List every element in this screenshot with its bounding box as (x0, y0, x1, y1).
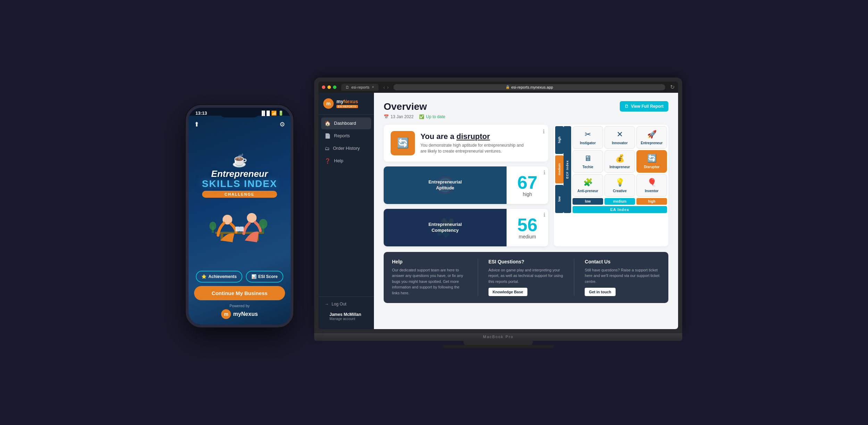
ecf-x-high: high (636, 198, 667, 205)
phone-title-skills: SKILLS INDEX (202, 178, 277, 189)
browser-tab-close[interactable]: ✕ (372, 85, 374, 89)
aptitude-score-card: 🎯 EntrepreneurialAptitude 67 high ℹ (384, 166, 548, 204)
browser-back[interactable]: ‹ (383, 84, 385, 90)
wifi-icon: 📶 (271, 111, 277, 116)
browser-refresh[interactable]: ↻ (670, 84, 675, 90)
browser-url-bar[interactable]: 🔒 esi-reports.mynexus.app (393, 84, 665, 90)
sidebar-logout[interactable]: → Log Out (324, 300, 368, 309)
aptitude-score-number: 67 (517, 173, 537, 191)
overview-header: Overview 📅 13 Jan 2022 ✅ Up to date (374, 93, 678, 125)
ecf-cell-innovator[interactable]: ✕ Innovator (604, 126, 635, 149)
inventor-label: Inventor (645, 189, 658, 193)
phone-powered-by: Powered by m myNexus (221, 304, 258, 319)
laptop-foot (443, 345, 554, 348)
ecf-cell-intrapreneur[interactable]: 💰 Intrapreneur (604, 150, 635, 173)
browser-forward[interactable]: › (387, 84, 389, 90)
ecf-medium-label: medium (558, 163, 561, 175)
help-col-2: ESI Questions? Advice on game play and i… (489, 259, 564, 296)
competency-score-level: medium (519, 234, 536, 239)
laptop-model-label: MacBook Pro (314, 333, 682, 339)
calendar-icon: 📅 (384, 114, 389, 119)
sidebar-item-reports[interactable]: 📄 Reports (321, 130, 371, 142)
share-icon[interactable]: ⬆ (194, 121, 199, 128)
aptitude-info-icon[interactable]: ℹ (543, 169, 545, 176)
competency-score-number: 56 (517, 216, 537, 234)
achievements-button[interactable]: ⭐ Achievements (196, 271, 242, 283)
ecf-low-label: low (558, 196, 561, 202)
mynexus-logo-icon: m (221, 309, 231, 319)
sidebar-logo: m myNexus ESI REPORTS (318, 98, 374, 115)
help-col-3-text: Still have questions? Raise a support ti… (585, 267, 660, 285)
check-icon: ✅ (419, 114, 424, 119)
laptop-app-content: m myNexus ESI REPORTS 🏠 Dashboard 📄 (318, 93, 678, 329)
sidebar-user-sub: Manage account (329, 317, 363, 321)
svg-point-10 (259, 219, 267, 229)
aptitude-score-level: high (523, 191, 532, 197)
competency-score-card: 🧩 EntrepreneurialCompetency 56 medium ℹ (384, 209, 548, 246)
esi-score-button[interactable]: 📊 ESI Score (246, 271, 283, 283)
browser-close-dot[interactable] (322, 85, 325, 89)
browser-tab[interactable]: 🗋 esi-reports ✕ (341, 84, 378, 91)
ecf-cell-inventor[interactable]: 🎈 Inventor (636, 174, 667, 197)
personality-icon: 🔄 (391, 131, 415, 155)
help-divider-2 (574, 259, 574, 296)
sidebar-logo-stack: myNexus ESI REPORTS (336, 99, 358, 108)
overview-date: 📅 13 Jan 2022 (384, 114, 414, 119)
help-col-3-title: Contact Us (585, 259, 660, 264)
reports-icon: 📄 (325, 133, 331, 139)
personality-headline: You are a disruptor (420, 132, 525, 141)
ecf-cell-entrepreneur[interactable]: 🚀 Entrepreneur (636, 126, 667, 149)
laptop-stand (464, 341, 533, 345)
settings-icon[interactable]: ⚙ (279, 121, 285, 128)
svg-point-8 (209, 222, 216, 230)
overview-meta: 📅 13 Jan 2022 ✅ Up to date (384, 114, 445, 119)
phone-challenge-badge: CHALLENGE (202, 191, 277, 198)
techie-label: Techie (583, 165, 593, 169)
logout-icon: → (325, 302, 329, 307)
knowledge-base-button[interactable]: Knowledge Base (489, 288, 527, 296)
get-in-touch-button[interactable]: Get in touch (585, 288, 615, 296)
laptop-body: 🗋 esi-reports ✕ ‹ › 🔒 esi-reports.mynexu… (314, 77, 682, 333)
continue-button[interactable]: Continue My Business (194, 286, 285, 300)
innovator-label: Innovator (612, 141, 628, 145)
instigator-icon: ✂ (585, 130, 591, 139)
phone-buttons-row: ⭐ Achievements 📊 ESI Score (194, 271, 285, 283)
sidebar-item-order-history-label: Order History (333, 146, 360, 151)
disruptor-cell-icon: 🔄 (647, 154, 657, 163)
view-full-report-button[interactable]: 🗋 View Full Report (620, 101, 668, 112)
ecf-cell-creative[interactable]: 💡 Creative (604, 174, 635, 197)
info-icon[interactable]: ℹ (543, 128, 545, 135)
sidebar-item-help[interactable]: ❓ Help (321, 155, 371, 167)
browser-min-dot[interactable] (327, 85, 331, 89)
mynexus-logo-text: myNexus (233, 311, 258, 317)
ecf-cell-techie[interactable]: 🖥 Techie (573, 150, 603, 173)
ecf-cell-disruptor[interactable]: 🔄 Disruptor (636, 150, 667, 173)
ecf-row-high: ✂ Instigator ✕ Innovator 🚀 (571, 125, 668, 149)
sidebar-item-dashboard[interactable]: 🏠 Dashboard (321, 117, 371, 129)
antipreneur-label: Anti-preneur (577, 189, 598, 193)
sidebar-item-order-history[interactable]: 🗂 Order History (321, 142, 371, 154)
phone-mynexus-logo: m myNexus (221, 309, 258, 319)
competency-card-left: 🧩 EntrepreneurialCompetency (384, 209, 507, 246)
help-section: Help Our dedicated support team are here… (384, 252, 668, 303)
aptitude-label: EntrepreneurialAptitude (428, 179, 462, 191)
phone-screen: ⬆ ⚙ ☕ Entrepreneur SKILLS INDEX CHALLENG… (189, 116, 291, 325)
ecf-section: high medium low (554, 125, 668, 246)
ecf-x-low: low (573, 198, 603, 205)
creative-label: Creative (613, 189, 626, 193)
antipreneur-icon: 🧩 (583, 178, 593, 187)
browser-tab-icon: 🗋 (345, 85, 349, 89)
ecf-grid-wrapper: high medium low (554, 125, 668, 214)
ecf-grid-main: ✂ Instigator ✕ Innovator 🚀 (571, 125, 668, 214)
chart-icon: 📊 (251, 274, 257, 279)
ecf-cell-antipreneur[interactable]: 🧩 Anti-preneur (573, 174, 603, 197)
phone-illustration-svg (205, 201, 274, 246)
help-col-1-text: Our dedicated support team are here to a… (392, 267, 467, 296)
sidebar: m myNexus ESI REPORTS 🏠 Dashboard 📄 (318, 93, 374, 329)
url-lock-icon: 🔒 (506, 85, 510, 89)
url-text: esi-reports.mynexus.app (511, 85, 553, 89)
browser-max-dot[interactable] (333, 85, 336, 89)
overview-title-area: Overview 📅 13 Jan 2022 ✅ Up to date (384, 101, 445, 119)
competency-info-icon[interactable]: ℹ (543, 212, 545, 218)
ecf-cell-instigator[interactable]: ✂ Instigator (573, 126, 603, 149)
